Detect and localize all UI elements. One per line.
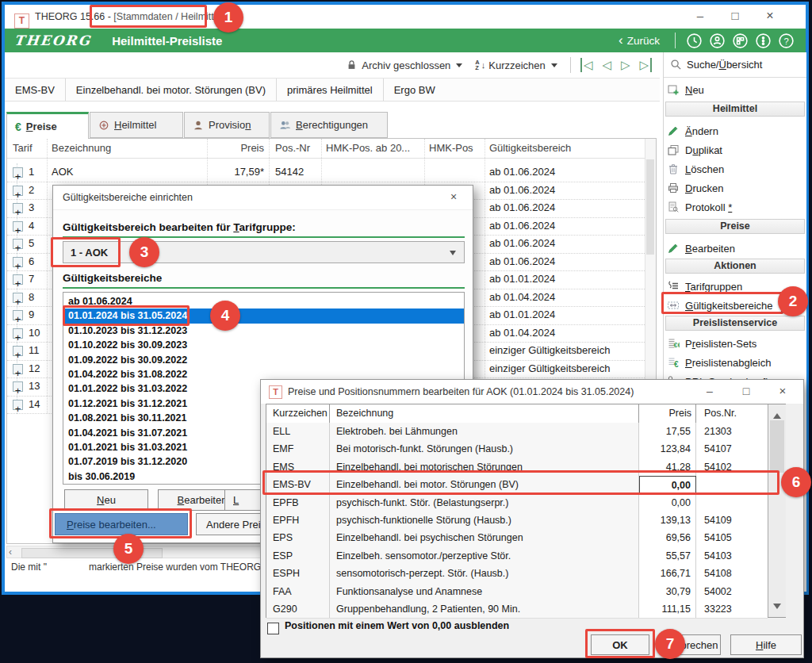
sidebar-item-protokoll[interactable]: Protokoll * — [667, 198, 803, 216]
cell-bezeichnung: Bei motorisch-funkt. Störungen (Hausb.) — [330, 440, 639, 458]
sidebar-item-loeschen[interactable]: Löschen — [667, 160, 803, 178]
col-hmk[interactable]: HMK-Pos — [429, 139, 473, 158]
expand-icon[interactable]: + — [13, 293, 23, 303]
position-row[interactable]: FAAFunktionsanalyse und Anamnese30,79540… — [266, 583, 768, 601]
close-button[interactable]: × — [753, 5, 787, 29]
position-row[interactable]: EMFBei motorisch-funkt. Störungen (Hausb… — [266, 440, 768, 458]
col-preis[interactable]: Preis — [639, 404, 691, 422]
cell-kurzzeichen: ESPH — [266, 565, 330, 582]
tab-provision[interactable]: Provision — [184, 112, 270, 138]
dialog2-scrollbar[interactable] — [768, 404, 786, 617]
cell-bezeichnung: psychisch-funkt. Stör. (Belastungserpr.) — [330, 494, 639, 512]
minimize-icon[interactable]: – — [694, 380, 726, 404]
new-icon — [667, 83, 680, 96]
expand-icon[interactable]: + — [13, 203, 23, 213]
maximize-button[interactable]: □ — [718, 5, 752, 29]
position-row[interactable]: G290Gruppenbehandlung, 2 Patienten, 90 M… — [266, 600, 768, 619]
sidebar-section-heilmittel: Heilmittel — [665, 102, 805, 117]
cell-gueltigkeit: ab 01.06.2024 — [489, 217, 555, 235]
position-row[interactable]: ELLElektrobeh. bei Lähmungen17,5521303 — [266, 423, 768, 441]
hilfe-button[interactable]: Hilfe — [730, 634, 802, 655]
neu-button[interactable]: Neu — [64, 489, 148, 511]
plugin-icon[interactable] — [732, 33, 749, 49]
position-row[interactable]: ESPEinzelbeh. sensomotor./perzeptive Stö… — [266, 547, 768, 565]
expand-icon[interactable]: + — [13, 346, 23, 356]
nav-next-button[interactable]: ▷ — [621, 58, 630, 72]
sidebar-item-drucken[interactable]: Drucken — [667, 179, 803, 197]
col-bezeichnung[interactable]: Bezeichnung — [336, 404, 393, 422]
position-row[interactable]: EPSEinzelbehandl. bei psychischen Störun… — [266, 529, 768, 547]
cell-gueltigkeit: einziger Gültigkeitsbereich — [489, 342, 610, 359]
scroll-left-icon[interactable]: ‹ — [9, 546, 12, 558]
help-icon[interactable]: ? — [778, 33, 795, 49]
user-icon[interactable] — [709, 33, 726, 49]
expand-icon[interactable]: + — [13, 257, 23, 267]
expand-icon[interactable]: + — [13, 328, 23, 339]
expand-icon[interactable]: + — [13, 186, 23, 196]
col-bezeichnung[interactable]: Bezeichnung — [52, 139, 111, 158]
expand-icon[interactable]: + — [13, 239, 23, 249]
expand-icon[interactable]: + — [13, 274, 23, 285]
close-icon[interactable]: × — [767, 380, 799, 404]
expand-icon[interactable]: + — [13, 400, 23, 410]
tab-preise[interactable]: € Preise — [6, 112, 89, 139]
cell-kurzzeichen: ESP — [266, 547, 330, 565]
nav-first-button[interactable]: ◁ — [580, 58, 593, 72]
cell-gueltigkeit: ab 01.06.2024 — [489, 253, 555, 270]
sidebar-item-duplikat[interactable]: Duplikat — [667, 141, 803, 159]
sidebar-item-preislistenabgleich[interactable]: € Preislistenabgleich — [667, 354, 803, 371]
col-posnr[interactable]: Pos.-Nr — [275, 139, 310, 158]
annotation-box-1 — [90, 5, 207, 28]
cell-kurzzeichen: EPFB — [266, 494, 330, 512]
tab-heilmittel[interactable]: Heilmittel — [90, 112, 183, 138]
bereiche-label: Gültigkeitsbereiche — [63, 272, 162, 284]
scroll-down-icon[interactable] — [773, 604, 781, 613]
cell-tarif: 7 — [29, 270, 34, 288]
nav-last-button[interactable]: ▷ — [639, 58, 652, 72]
hide-zero-checkbox[interactable] — [267, 623, 279, 634]
scroll-up-icon[interactable] — [773, 409, 781, 419]
archiv-dropdown[interactable]: Archiv geschlossen — [347, 59, 462, 71]
col-posnr[interactable]: Pos.Nr. — [704, 404, 737, 422]
position-row[interactable]: ESPHsensomotorisch-perzept. Stör. (Hausb… — [266, 565, 768, 583]
expand-icon[interactable]: + — [13, 221, 23, 232]
sidebar-item-aendern[interactable]: Ändern — [667, 122, 803, 140]
col-hmk-ab[interactable]: HMK-Pos. ab 20... — [326, 139, 410, 158]
more-icon[interactable] — [755, 33, 772, 49]
position-row[interactable]: EPFBpsychisch-funkt. Stör. (Belastungser… — [266, 494, 768, 512]
expand-icon[interactable]: + — [13, 310, 23, 320]
position-row[interactable]: EPFHpsychisch-funktionelle Störung (Haus… — [266, 512, 768, 530]
col-gueltigkeitsbereich[interactable]: Gültigkeitsbereich — [489, 139, 571, 158]
table-row[interactable]: + 1 AOK 17,59* 54142 ab 01.06.2024 — [7, 163, 645, 182]
app-header: THEORG Heilmittel-Preisliste ‹Zurück ? — [5, 29, 806, 52]
cell-gueltigkeit: ab 01.04.2024 — [489, 324, 555, 342]
list-item[interactable]: 01.10.2022 bis 30.09.2023 — [63, 338, 464, 352]
protocol-icon — [667, 201, 680, 213]
nav-prev-button[interactable]: ◁ — [602, 58, 611, 72]
minimize-button[interactable]: – — [684, 5, 717, 29]
sidebar-item-neu[interactable]: Neu — [667, 81, 803, 98]
maximize-icon[interactable]: □ — [730, 380, 762, 404]
sort-arrow-icon: ↓ — [481, 60, 486, 70]
expand-icon[interactable]: + — [13, 167, 23, 178]
col-kurzzeichen[interactable]: Kurzzeichen — [273, 404, 327, 422]
sort-dropdown[interactable]: AZ ↓ Kurzzeichen — [475, 59, 557, 71]
sidebar-item-preislisten-sets[interactable]: €€ Preislisten-Sets — [667, 335, 803, 352]
expand-icon[interactable]: + — [13, 381, 23, 392]
tab-berechtigungen[interactable]: Berechtigungen — [270, 112, 388, 138]
cell-bezeichnung: psychisch-funktionelle Störung (Hausb.) — [330, 512, 639, 529]
col-tarif[interactable]: Tarif — [13, 139, 33, 158]
dialog1-title-bar: Gültigkeitsbereiche einrichten × — [53, 186, 473, 210]
back-button[interactable]: ‹Zurück — [619, 33, 660, 48]
cell-tarif: 1 — [29, 163, 34, 181]
tarifgruppe-select[interactable]: 1 - AOK — [63, 241, 465, 263]
sidebar-item-bearbeiten[interactable]: Bearbeiten — [667, 240, 803, 257]
scrollbar-thumb[interactable] — [770, 420, 784, 473]
scrollbar-thumb[interactable] — [646, 159, 654, 255]
close-icon[interactable]: × — [438, 186, 469, 209]
expand-icon[interactable]: + — [13, 364, 23, 374]
clock-icon[interactable] — [686, 33, 703, 49]
sidebar-item-suche[interactable]: Suche/Übersicht — [664, 52, 806, 78]
col-preis[interactable]: Preis — [212, 139, 264, 158]
list-item[interactable]: 01.09.2022 bis 30.09.2022 — [63, 353, 464, 367]
